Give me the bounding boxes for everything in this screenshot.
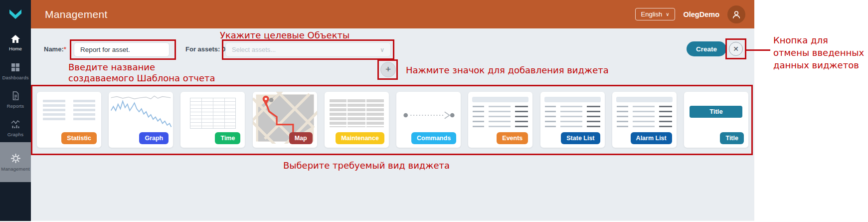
line-chart-thumbnail bbox=[109, 92, 173, 132]
statistic-thumbnail bbox=[43, 100, 95, 121]
assets-label: For assets: 0 bbox=[185, 45, 225, 53]
annotation-name: Введите название создаваемого Шаблона от… bbox=[68, 62, 215, 84]
brand-chevron-icon bbox=[8, 8, 23, 20]
widget-badge: Statistic bbox=[61, 132, 97, 144]
widget-card-map[interactable]: Map bbox=[253, 92, 317, 148]
reports-icon bbox=[10, 91, 20, 101]
widget-card-time[interactable]: Time bbox=[180, 92, 245, 148]
header: Management English ∨ OlegDemo bbox=[31, 0, 754, 28]
language-selector[interactable]: English ∨ bbox=[635, 8, 676, 20]
widget-card-state-list[interactable]: State List bbox=[540, 92, 605, 148]
assets-select[interactable]: Select assets... ∨ bbox=[225, 42, 391, 57]
close-icon: ✕ bbox=[733, 45, 739, 53]
page-title: Management bbox=[45, 8, 108, 20]
widget-card-graph[interactable]: Graph bbox=[109, 92, 173, 148]
widget-card-maintenance[interactable]: Maintenance bbox=[325, 92, 389, 148]
sidebar-item-reports[interactable]: Reports bbox=[0, 85, 31, 114]
sidebar-item-label: Reports bbox=[7, 103, 24, 109]
widget-gallery: Statistic Graph Time bbox=[37, 92, 748, 148]
sidebar: Home Dashboards Reports G bbox=[0, 0, 31, 221]
chevron-down-icon: ∨ bbox=[666, 11, 669, 17]
title-bar-thumbnail: Title bbox=[690, 106, 742, 118]
plus-icon: + bbox=[385, 64, 391, 74]
list-thumbnail bbox=[612, 97, 677, 130]
widget-badge: Commands bbox=[411, 132, 456, 144]
sidebar-item-home[interactable]: Home bbox=[0, 28, 31, 57]
widget-badge: Alarm List bbox=[631, 132, 672, 144]
annotation-widgets: Выберите требуемый вид виджета bbox=[15, 160, 718, 171]
add-widget-button[interactable]: + bbox=[380, 62, 396, 77]
widget-badge: Time bbox=[215, 132, 240, 144]
screenshot-canvas: Management English ∨ OlegDemo bbox=[0, 0, 868, 222]
widget-badge: Title bbox=[720, 132, 743, 144]
widget-card-title[interactable]: Title Title bbox=[684, 92, 748, 148]
striped-table-thumbnail bbox=[330, 99, 384, 127]
widget-card-alarm-list[interactable]: Alarm List bbox=[612, 92, 677, 148]
widget-card-commands[interactable]: Commands bbox=[396, 92, 461, 148]
create-button[interactable]: Create bbox=[687, 41, 726, 56]
sidebar-item-dashboards[interactable]: Dashboards bbox=[0, 57, 31, 85]
sidebar-item-graphs[interactable]: Graphs bbox=[0, 114, 31, 142]
chevron-down-icon: ∨ bbox=[380, 46, 384, 53]
name-input[interactable] bbox=[74, 42, 170, 57]
annotation-plus: Нажмите значок для добавления виджета bbox=[406, 65, 609, 76]
person-icon bbox=[731, 9, 741, 19]
name-label: Name:* bbox=[44, 45, 66, 53]
annotation-cancel: Кнопка для отмены введенных данных видже… bbox=[773, 34, 864, 71]
table-grid-thumbnail bbox=[190, 98, 236, 129]
list-thumbnail bbox=[468, 97, 532, 130]
dashboards-icon bbox=[10, 62, 20, 72]
widget-badge: Events bbox=[497, 132, 528, 144]
header-right: English ∨ OlegDemo bbox=[635, 0, 745, 28]
widget-card-statistic[interactable]: Statistic bbox=[37, 92, 101, 148]
widget-card-events[interactable]: Events bbox=[468, 92, 532, 148]
widget-badge: Maintenance bbox=[336, 132, 384, 144]
home-icon bbox=[10, 34, 20, 43]
widget-badge: Graph bbox=[139, 132, 169, 144]
sidebar-item-label: Home bbox=[9, 46, 22, 51]
app-window: Management English ∨ OlegDemo bbox=[0, 0, 754, 221]
sidebar-item-label: Dashboards bbox=[2, 75, 28, 80]
language-label: English bbox=[641, 10, 663, 18]
username: OlegDemo bbox=[683, 10, 719, 18]
graphs-icon bbox=[10, 119, 20, 129]
widget-badge: State List bbox=[561, 132, 600, 144]
brand-logo[interactable] bbox=[0, 0, 31, 28]
required-asterisk: * bbox=[64, 45, 66, 53]
annotation-assets: Укажите целевые Объекты bbox=[220, 30, 349, 41]
list-thumbnail bbox=[540, 97, 605, 130]
widget-badge: Map bbox=[289, 132, 313, 144]
sidebar-item-label: Graphs bbox=[7, 132, 23, 137]
assets-select-placeholder: Select assets... bbox=[232, 46, 380, 53]
annotation-connector-line bbox=[746, 49, 770, 51]
cancel-button[interactable]: ✕ bbox=[729, 42, 743, 56]
avatar[interactable] bbox=[727, 5, 745, 23]
